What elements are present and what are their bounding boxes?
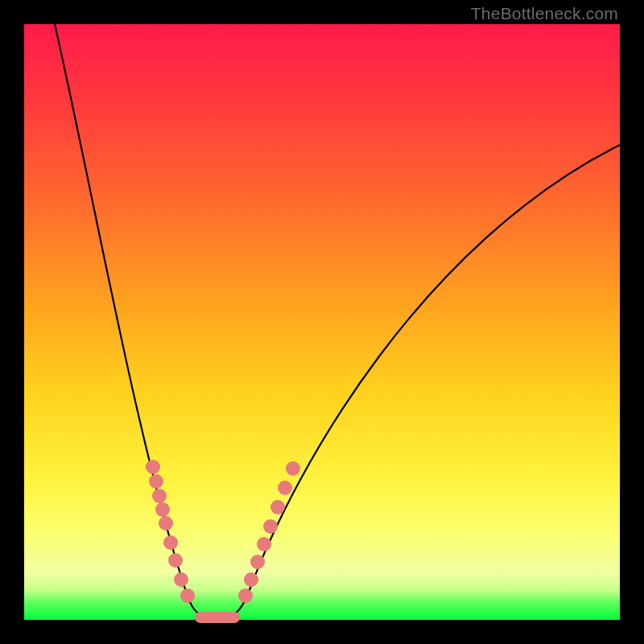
- marker-right: [263, 519, 278, 534]
- marker-left: [146, 460, 160, 474]
- marker-right: [278, 481, 292, 495]
- marker-right: [270, 500, 285, 514]
- marker-left: [168, 553, 183, 568]
- marker-left: [159, 516, 173, 530]
- marker-right: [286, 461, 300, 476]
- floor-segment: [195, 612, 240, 623]
- marker-left: [149, 474, 163, 489]
- marker-right: [238, 588, 253, 603]
- right-markers: [238, 461, 300, 603]
- left-curve: [55, 24, 211, 617]
- chart-svg: [24, 24, 620, 620]
- watermark-text: TheBottleneck.com: [471, 4, 618, 23]
- marker-left: [152, 489, 167, 503]
- plot-area: [24, 24, 620, 620]
- marker-left: [180, 588, 195, 603]
- marker-right: [244, 572, 258, 587]
- marker-right: [250, 555, 265, 569]
- marker-left: [163, 535, 178, 550]
- marker-left: [174, 572, 188, 587]
- marker-left: [155, 502, 170, 517]
- marker-right: [257, 537, 271, 551]
- right-curve: [224, 145, 620, 617]
- left-markers: [146, 460, 195, 603]
